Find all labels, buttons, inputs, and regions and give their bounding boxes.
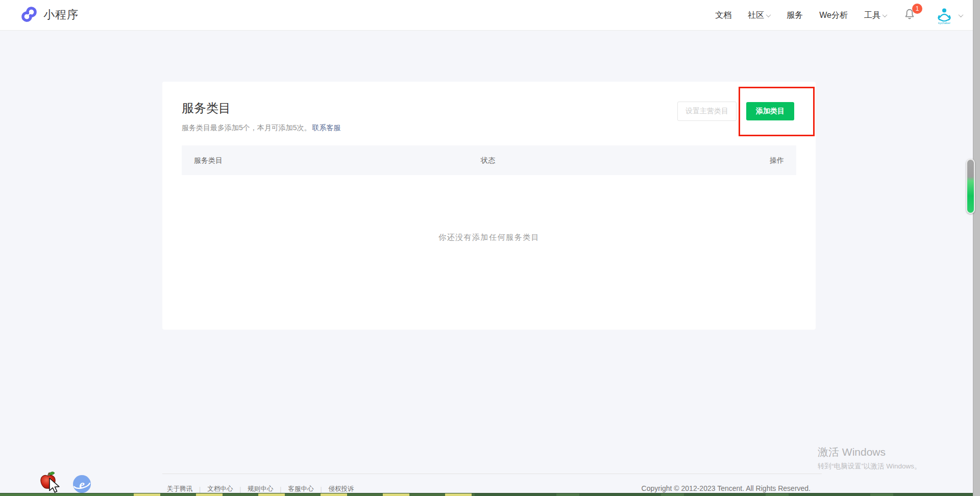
table-header-row: 服务类目 状态 操作 [182, 145, 796, 175]
chevron-down-icon [883, 12, 888, 17]
footer-links: 关于腾讯 | 文档中心 | 规则中心 | 客服中心 | 侵权投诉 [167, 485, 354, 493]
add-category-button[interactable]: 添加类目 [746, 102, 794, 120]
account-menu[interactable]: kychaker [935, 6, 963, 25]
nav-item-service[interactable]: 服务 [787, 10, 803, 21]
footer-link-support-center[interactable]: 客服中心 [288, 485, 313, 493]
chevron-down-icon [959, 12, 964, 17]
copyright-text: Copyright © 2012-2023 Tencent. All Right… [629, 484, 811, 492]
footer-link-doc-center[interactable]: 文档中心 [207, 485, 233, 493]
brand[interactable]: 小程序 [20, 6, 79, 23]
background-taskbar-strip [0, 493, 980, 496]
nav-item-we-analytics[interactable]: We分析 [819, 10, 848, 21]
chevron-down-icon [766, 12, 771, 17]
contact-support-link[interactable]: 联系客服 [312, 123, 341, 132]
column-header-action: 操作 [770, 145, 784, 175]
nav-item-tools[interactable]: 工具 [864, 10, 887, 21]
weapp-logo-icon [20, 6, 38, 23]
mouse-cursor-arrow [48, 478, 60, 494]
service-category-card: 服务类目 服务类目最多添加5个，本月可添加5次。联系客服 设置主营类目 添加类目… [162, 82, 816, 330]
windows-activation-watermark: 激活 Windows 转到“电脑设置”以激活 Windows。 [818, 445, 921, 471]
footer-divider [162, 474, 822, 474]
brand-title: 小程序 [43, 7, 79, 22]
empty-state-text: 你还没有添加任何服务类目 [162, 233, 816, 242]
top-header-bar: 小程序 文档 社区 服务 We分析 工具 [0, 0, 980, 31]
nav-item-docs[interactable]: 文档 [715, 10, 731, 21]
scrollbar-thumb[interactable] [966, 159, 975, 214]
footer-link-rule-center[interactable]: 规则中心 [248, 485, 273, 493]
notification-bell-button[interactable]: 1 [903, 7, 918, 24]
scrollbar-track[interactable] [973, 0, 980, 496]
screen: 小程序 文档 社区 服务 We分析 工具 [0, 0, 980, 496]
nav-item-community[interactable]: 社区 [748, 10, 770, 21]
footer-link-infringement[interactable]: 侵权投诉 [329, 485, 354, 493]
page-title: 服务类目 [182, 100, 231, 116]
column-header-status: 状态 [481, 145, 495, 175]
internet-explorer-icon[interactable]: e [72, 475, 91, 493]
page-subtitle: 服务类目最多添加5个，本月可添加5次。联系客服 [182, 123, 341, 133]
svg-text:kychaker: kychaker [938, 21, 950, 24]
avatar-kychaker-logo: kychaker [935, 6, 954, 25]
footer-link-about-tencent[interactable]: 关于腾讯 [167, 485, 192, 493]
set-main-category-button[interactable]: 设置主营类目 [677, 102, 737, 121]
top-nav: 文档 社区 服务 We分析 工具 [715, 0, 963, 31]
column-header-category: 服务类目 [194, 145, 223, 175]
notification-badge: 1 [912, 4, 922, 14]
